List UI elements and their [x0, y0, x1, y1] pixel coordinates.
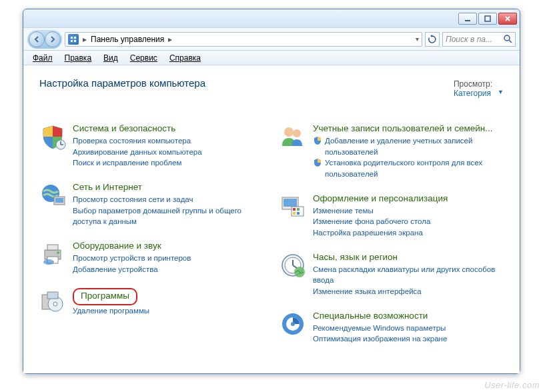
- menu-file[interactable]: Файл: [27, 52, 58, 64]
- category-programs: Программы Удаление программы: [39, 288, 263, 317]
- category-link[interactable]: Оптимизация изображения на экране: [313, 333, 504, 345]
- category-link[interactable]: Смена раскладки клавиатуры или других сп…: [313, 264, 504, 286]
- svg-rect-6: [74, 40, 76, 42]
- svg-rect-29: [297, 212, 300, 215]
- svg-point-22: [293, 129, 301, 137]
- menu-help[interactable]: Справка: [164, 52, 206, 64]
- search-placeholder: Поиск в па...: [446, 35, 492, 44]
- category-hardware: Оборудование и звук Просмотр устройств и…: [39, 241, 263, 275]
- viewby-dropdown[interactable]: Категория ▼: [454, 89, 504, 98]
- navigation-bar: ▸ Панель управления ▸ ▾ Поиск в па...: [23, 28, 520, 51]
- svg-rect-13: [47, 245, 58, 250]
- printer-icon: [39, 241, 66, 267]
- svg-rect-5: [71, 40, 73, 42]
- shield-icon: [39, 123, 66, 150]
- breadcrumb-separator: ▸: [168, 35, 172, 44]
- category-appearance: Оформление и персонализация Изменение те…: [280, 193, 504, 239]
- accessibility-icon: [280, 311, 306, 337]
- category-link[interactable]: Проверка состояния компьютера: [73, 135, 263, 147]
- content-header: Настройка параметров компьютера Просмотр…: [39, 77, 504, 111]
- category-title[interactable]: Программы: [81, 291, 129, 301]
- svg-point-19: [53, 302, 57, 306]
- highlight-annotation: Программы: [73, 288, 137, 305]
- svg-rect-27: [297, 208, 300, 211]
- svg-point-35: [291, 322, 295, 326]
- svg-point-21: [284, 127, 294, 137]
- forward-button[interactable]: [45, 31, 61, 47]
- category-link[interactable]: Добавление устройства: [73, 264, 263, 275]
- category-title[interactable]: Сеть и Интернет: [73, 182, 142, 192]
- svg-rect-0: [465, 20, 470, 21]
- uac-shield-icon: [313, 158, 322, 167]
- globe-network-icon: [39, 182, 66, 209]
- forward-arrow-icon: [49, 36, 56, 43]
- category-link[interactable]: Поиск и исправление проблем: [73, 157, 263, 169]
- back-button[interactable]: [29, 31, 45, 47]
- category-accounts: Учетные записи пользователей и семейн...…: [280, 123, 504, 180]
- menu-edit[interactable]: Правка: [59, 52, 97, 64]
- category-title[interactable]: Система и безопасность: [73, 123, 175, 133]
- category-link[interactable]: Выбор параметров домашней группы и общег…: [73, 205, 263, 227]
- category-title[interactable]: Учетные записи пользователей и семейн...: [313, 123, 492, 133]
- category-link[interactable]: Просмотр устройств и принтеров: [73, 253, 263, 264]
- maximize-icon: [484, 15, 491, 22]
- category-link[interactable]: Изменение темы: [313, 205, 504, 217]
- category-system-security: Система и безопасность Проверка состояни…: [39, 123, 263, 169]
- content-area: Настройка параметров компьютера Просмотр…: [23, 65, 520, 373]
- breadcrumb-root[interactable]: Панель управления: [91, 35, 164, 44]
- menu-tools[interactable]: Сервис: [125, 52, 163, 64]
- svg-rect-26: [293, 208, 296, 211]
- control-panel-icon: [68, 34, 79, 45]
- svg-rect-1: [485, 16, 490, 21]
- personalization-icon: [280, 193, 306, 220]
- viewby-label: Просмотр:: [454, 79, 492, 89]
- category-link[interactable]: Изменение фона рабочего стола: [313, 216, 504, 227]
- breadcrumb-dropdown[interactable]: ▾: [416, 35, 419, 43]
- category-title[interactable]: Специальные возможности: [313, 311, 428, 321]
- page-title: Настройка параметров компьютера: [39, 77, 205, 89]
- view-by: Просмотр: Категория ▼: [454, 79, 504, 111]
- control-panel-window: ▸ Панель управления ▸ ▾ Поиск в па... Фа…: [23, 9, 520, 374]
- refresh-button[interactable]: [425, 32, 440, 47]
- category-title[interactable]: Оформление и персонализация: [313, 193, 448, 203]
- left-column: Система и безопасность Проверка состояни…: [39, 123, 263, 358]
- watermark: User-life.com: [484, 380, 540, 390]
- category-link[interactable]: Настройка разрешения экрана: [313, 227, 504, 239]
- minimize-icon: [464, 15, 471, 22]
- category-title[interactable]: Часы, язык и регион: [313, 252, 398, 262]
- category-link[interactable]: Изменение языка интерфейса: [313, 286, 504, 297]
- svg-point-16: [43, 259, 54, 265]
- close-icon: [504, 15, 511, 22]
- category-network: Сеть и Интернет Просмотр состояния сети …: [39, 182, 263, 227]
- category-title[interactable]: Оборудование и звук: [73, 241, 161, 251]
- svg-rect-28: [293, 212, 296, 215]
- category-link[interactable]: Установка родительского контроля для все…: [313, 157, 504, 179]
- category-link[interactable]: Просмотр состояния сети и задач: [73, 194, 263, 205]
- category-link[interactable]: Удаление программы: [73, 305, 263, 317]
- minimize-button[interactable]: [458, 13, 477, 25]
- menu-view[interactable]: Вид: [98, 52, 123, 64]
- right-column: Учетные записи пользователей и семейн...…: [280, 123, 504, 358]
- nav-arrows: [27, 30, 62, 49]
- window-buttons: [458, 13, 517, 25]
- menu-bar: Файл Правка Вид Сервис Справка: [23, 51, 520, 65]
- category-accessibility: Специальные возможности Рекомендуемые Wi…: [280, 311, 504, 345]
- svg-rect-11: [55, 198, 63, 203]
- maximize-button[interactable]: [478, 13, 497, 25]
- svg-rect-3: [71, 37, 73, 39]
- titlebar: [23, 9, 520, 28]
- category-link[interactable]: Добавление и удаление учетных записей по…: [313, 135, 504, 157]
- close-button[interactable]: [498, 13, 517, 25]
- category-link[interactable]: Рекомендуемые Windows параметры: [313, 323, 504, 334]
- refresh-icon: [428, 35, 437, 44]
- address-bar[interactable]: ▸ Панель управления ▸ ▾: [65, 32, 422, 47]
- breadcrumb-separator: ▸: [83, 35, 87, 44]
- search-input[interactable]: Поиск в па...: [442, 32, 516, 47]
- category-link[interactable]: Архивирование данных компьютера: [73, 147, 263, 158]
- svg-point-15: [57, 251, 59, 254]
- search-icon: [504, 35, 512, 43]
- back-arrow-icon: [33, 36, 40, 43]
- svg-rect-4: [74, 37, 76, 39]
- categories-grid: Система и безопасность Проверка состояни…: [39, 123, 504, 358]
- category-clock-region: Часы, язык и регион Смена раскладки клав…: [280, 252, 504, 297]
